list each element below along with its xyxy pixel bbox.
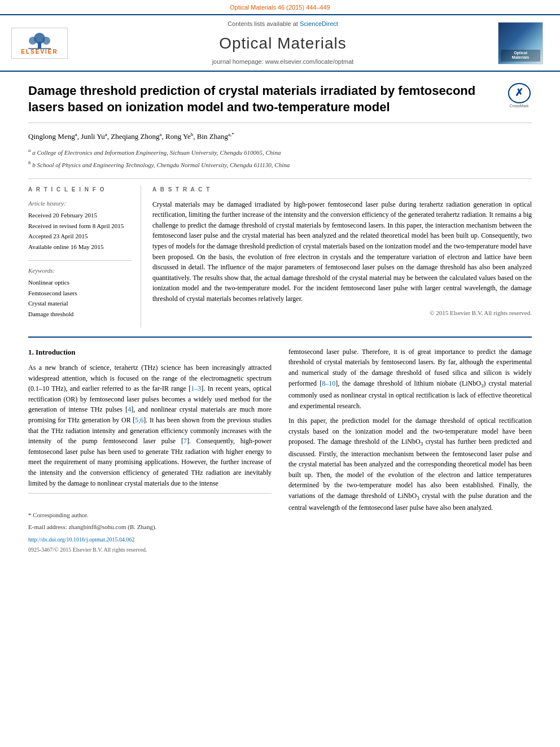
article-info-col: A R T I C L E I N F O Article history: R… — [28, 186, 141, 327]
ref-8-10[interactable]: 8–10 — [322, 379, 335, 387]
homepage-line: journal homepage: www.elsevier.com/locat… — [79, 58, 487, 66]
intro-para-right-1: femtosecond laser pulse. Therefore, it i… — [288, 347, 532, 411]
date-accepted: Accepted 23 April 2015 — [28, 231, 132, 242]
elsevier-text: ELSEVIER — [21, 48, 58, 56]
crossmark-badge: ✗ CrossMark — [506, 83, 532, 108]
authors-line: Qinglong Menga, Junli Yua, Zheqiang Zhon… — [28, 131, 532, 142]
abstract-text: Crystal materials may be damaged irradia… — [152, 199, 532, 304]
affiliations: a a College of Electronics and Informati… — [28, 146, 532, 171]
crossmark-label: CrossMark — [510, 103, 529, 109]
main-content: Damage threshold prediction of crystal m… — [0, 72, 560, 565]
article-title-section: Damage threshold prediction of crystal m… — [28, 83, 532, 123]
svg-point-2 — [29, 37, 37, 45]
divider-keywords — [28, 260, 132, 261]
ref-1-3[interactable]: 1–3 — [191, 385, 201, 392]
doi-link[interactable]: http://dx.doi.org/10.1016/j.optmat.2015.… — [28, 535, 272, 544]
sciencedirect-link[interactable]: ScienceDirect — [300, 20, 338, 27]
abstract-col: A B S T R A C T Crystal materials may be… — [152, 186, 532, 327]
ref-7[interactable]: 7 — [183, 437, 187, 445]
journal-citation: Optical Materials 46 (2015) 444–449 — [230, 4, 330, 11]
crossmark-icon: ✗ — [515, 86, 523, 100]
article-info-label: A R T I C L E I N F O — [28, 186, 132, 194]
date-revised: Received in revised form 8 April 2015 — [28, 221, 132, 231]
keywords-label: Keywords: — [28, 267, 132, 275]
journal-title-header: Optical Materials — [79, 32, 487, 54]
kw-1: Nonlinear optics — [28, 277, 132, 288]
body-left-col: 1. Introduction As a new branch of scien… — [28, 347, 272, 554]
article-title: Damage threshold prediction of crystal m… — [28, 83, 491, 115]
info-abstract-section: A R T I C L E I N F O Article history: R… — [28, 178, 532, 327]
optical-materials-logo: OpticalMaterials — [498, 22, 543, 64]
date-received: Received 20 February 2015 — [28, 210, 132, 221]
intro-heading: 1. Introduction — [28, 347, 272, 358]
intro-para-right-2: In this paper, the prediction model for … — [288, 416, 532, 513]
date-online: Available online 16 May 2015 — [28, 242, 132, 252]
crossmark-circle: ✗ — [508, 83, 531, 103]
top-bar: Optical Materials 46 (2015) 444–449 — [0, 0, 560, 14]
affiliation-b: b b School of Physics and Engineering Te… — [28, 159, 532, 170]
ref-5-6[interactable]: 5,6 — [135, 416, 143, 424]
article-history-block: Article history: Received 20 February 20… — [28, 199, 132, 252]
abstract-label: A B S T R A C T — [152, 186, 532, 194]
intro-para-1: As a new branch of science, terahertz (T… — [28, 362, 272, 488]
article-dates: Received 20 February 2015 Received in re… — [28, 210, 132, 252]
section-divider — [28, 337, 532, 338]
keywords-block: Keywords: Nonlinear optics Femtosecond l… — [28, 267, 132, 320]
history-label: Article history: — [28, 199, 132, 208]
copyright-line: © 2015 Elsevier B.V. All rights reserved… — [152, 309, 532, 317]
body-section: 1. Introduction As a new branch of scien… — [28, 347, 532, 554]
kw-2: Femtosecond lasers — [28, 288, 132, 299]
journal-center-info: Contents lists available at ScienceDirec… — [68, 20, 498, 66]
footnote-corresponding: * Corresponding author. — [28, 510, 272, 520]
journal-header: ELSEVIER Contents lists available at Sci… — [0, 14, 560, 72]
keywords-list: Nonlinear optics Femtosecond lasers Crys… — [28, 277, 132, 320]
elsevier-tree-svg — [23, 30, 56, 50]
kw-4: Damage threshold — [28, 309, 132, 320]
contents-line: Contents lists available at ScienceDirec… — [79, 20, 487, 28]
issn-line: 0925-3467/© 2015 Elsevier B.V. All right… — [28, 545, 272, 554]
body-right-col: femtosecond laser pulse. Therefore, it i… — [288, 347, 532, 554]
affiliation-a: a a College of Electronics and Informati… — [28, 146, 532, 158]
optical-materials-logo-title: OpticalMaterials — [501, 50, 540, 62]
svg-point-3 — [42, 37, 50, 45]
section-number: 1. — [28, 348, 36, 356]
kw-3: Crystal material — [28, 298, 132, 309]
footnote-area: * Corresponding author. E-mail address: … — [28, 493, 272, 554]
elsevier-logo: ELSEVIER — [11, 28, 68, 59]
ref-4[interactable]: 4 — [128, 405, 131, 413]
elsevier-logo-image: ELSEVIER — [11, 28, 68, 59]
intro-title: Introduction — [36, 348, 76, 356]
footnote-email: E-mail address: zhangbinf8@sohu.com (B. … — [28, 522, 272, 532]
